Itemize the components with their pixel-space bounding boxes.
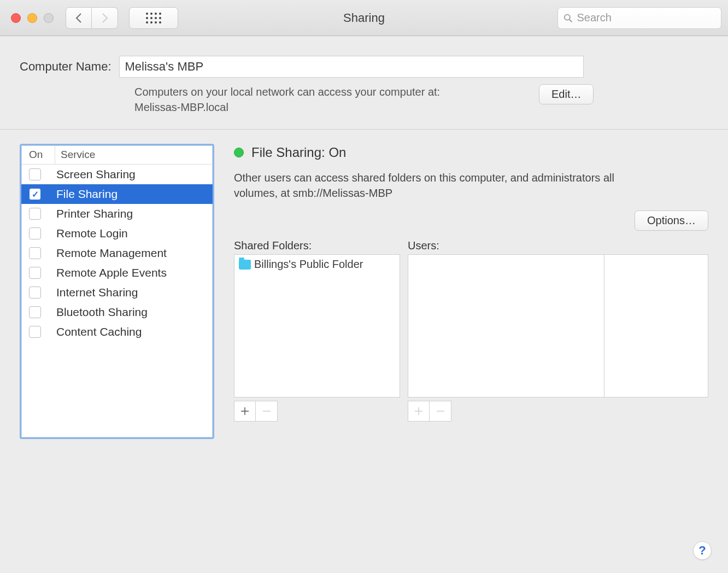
status-description: Other users can access shared folders on… (234, 170, 638, 201)
remove-shared-folder-button[interactable] (256, 401, 278, 422)
service-checkbox[interactable] (29, 168, 41, 180)
status-row: File Sharing: On (234, 145, 708, 160)
minus-icon (436, 406, 445, 416)
service-row[interactable]: Screen Sharing (21, 165, 213, 184)
service-label: Content Caching (56, 325, 142, 338)
users-label: Users: (408, 239, 708, 252)
services-header-on: On (21, 145, 55, 164)
service-detail: File Sharing: On Other users can access … (234, 144, 708, 422)
service-row[interactable]: Content Caching (21, 322, 213, 342)
users-section: Users: (408, 239, 708, 422)
service-checkbox[interactable] (29, 306, 41, 318)
search-icon (563, 13, 572, 23)
service-label: Remote Apple Events (56, 266, 167, 279)
computer-name-description: Computers on your local network can acce… (134, 84, 528, 115)
show-all-prefs-button[interactable] (129, 7, 178, 29)
main-content: On Service Screen SharingFile SharingPri… (0, 130, 728, 439)
computer-name-input[interactable] (119, 56, 584, 78)
window-title: Sharing (343, 11, 385, 25)
remove-user-button[interactable] (430, 401, 451, 422)
service-label: Screen Sharing (56, 168, 136, 181)
nav-buttons (66, 7, 118, 29)
plus-icon (414, 406, 424, 416)
service-row[interactable]: Internet Sharing (21, 283, 213, 302)
shared-folders-list[interactable]: Billings's Public Folder (234, 254, 400, 397)
service-label: File Sharing (56, 188, 118, 201)
computer-name-label: Computer Name: (20, 60, 111, 74)
service-checkbox[interactable] (29, 188, 41, 200)
help-button[interactable]: ? (693, 541, 712, 560)
options-button[interactable]: Options… (635, 211, 708, 231)
users-permissions[interactable] (604, 254, 708, 397)
service-label: Printer Sharing (56, 207, 133, 220)
services-list[interactable]: On Service Screen SharingFile SharingPri… (20, 144, 214, 439)
service-row[interactable]: Remote Apple Events (21, 263, 213, 283)
minimize-window-button[interactable] (27, 13, 37, 23)
service-row[interactable]: File Sharing (21, 184, 213, 204)
minus-icon (262, 406, 272, 416)
svg-line-1 (570, 19, 572, 22)
search-input[interactable] (577, 11, 715, 24)
service-checkbox[interactable] (29, 227, 41, 239)
service-row[interactable]: Printer Sharing (21, 204, 213, 224)
computer-name-pane: Computer Name: Computers on your local n… (0, 36, 728, 130)
plus-icon (240, 406, 250, 416)
service-checkbox[interactable] (29, 247, 41, 259)
service-checkbox[interactable] (29, 326, 41, 338)
close-window-button[interactable] (11, 13, 21, 23)
service-checkbox[interactable] (29, 286, 41, 299)
users-list[interactable] (408, 254, 604, 397)
service-label: Bluetooth Sharing (56, 306, 148, 319)
service-label: Remote Management (56, 247, 167, 260)
chevron-left-icon (75, 13, 83, 24)
status-indicator-icon (234, 148, 244, 157)
shared-folder-name: Billings's Public Folder (254, 258, 363, 271)
shared-folder-item[interactable]: Billings's Public Folder (234, 255, 400, 274)
grid-icon (146, 13, 161, 24)
zoom-window-button[interactable] (44, 13, 54, 23)
status-title: File Sharing: On (251, 145, 346, 160)
service-checkbox[interactable] (29, 267, 41, 279)
service-checkbox[interactable] (29, 208, 41, 220)
add-user-button[interactable] (408, 401, 430, 422)
services-header-service: Service (55, 145, 95, 164)
shared-folders-label: Shared Folders: (234, 239, 400, 252)
toolbar: Sharing (0, 0, 728, 36)
service-label: Internet Sharing (56, 286, 138, 299)
folder-icon (239, 260, 251, 270)
back-button[interactable] (66, 7, 92, 29)
chevron-right-icon (101, 13, 109, 24)
edit-hostname-button[interactable]: Edit… (539, 84, 594, 104)
computer-name-desc-line2: Melissas-MBP.local (134, 101, 228, 113)
service-row[interactable]: Bluetooth Sharing (21, 302, 213, 322)
services-header: On Service (21, 145, 213, 165)
computer-name-desc-line1: Computers on your local network can acce… (134, 86, 440, 98)
search-field[interactable] (557, 7, 721, 29)
window-controls (11, 13, 54, 23)
shared-folders-section: Shared Folders: Billings's Public Folder (234, 239, 400, 422)
svg-point-0 (565, 14, 570, 20)
add-shared-folder-button[interactable] (234, 401, 256, 422)
service-row[interactable]: Remote Management (21, 243, 213, 263)
service-row[interactable]: Remote Login (21, 224, 213, 243)
service-label: Remote Login (56, 227, 128, 240)
forward-button[interactable] (92, 7, 118, 29)
